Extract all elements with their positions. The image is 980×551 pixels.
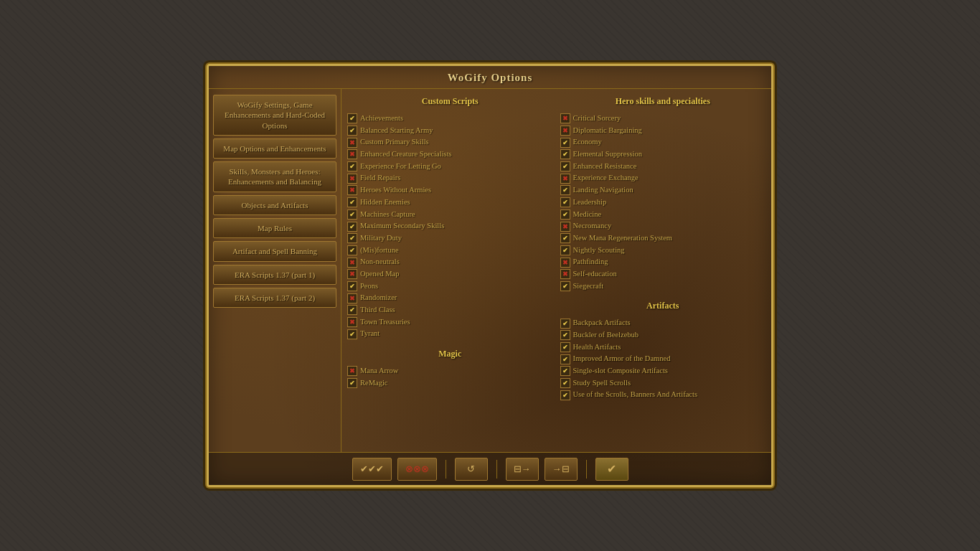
option-item[interactable]: Improved Armor of the Damned bbox=[559, 353, 768, 365]
option-item[interactable]: Mana Arrow bbox=[346, 365, 555, 377]
checkbox-pathfinding[interactable] bbox=[560, 258, 570, 268]
checkbox-medicine[interactable] bbox=[560, 209, 570, 220]
option-item[interactable]: Experience For Letting Go bbox=[346, 161, 555, 173]
option-item[interactable]: New Mana Regeneration System bbox=[559, 232, 768, 245]
checkbox-town-treasuries[interactable] bbox=[347, 317, 357, 327]
sidebar-btn-era-part1[interactable]: ERA Scripts 1.37 (part 1) bbox=[213, 265, 336, 285]
sidebar-btn-artifact-spell[interactable]: Artifact and Spell Banning bbox=[213, 241, 336, 261]
option-item[interactable]: Heroes Without Armies bbox=[346, 184, 555, 197]
checkbox-landing-navigation[interactable] bbox=[560, 185, 570, 195]
option-item[interactable]: Buckler of Beelzebub bbox=[559, 329, 768, 342]
option-item[interactable]: Necromancy bbox=[559, 220, 768, 232]
checkbox-elemental-suppression[interactable] bbox=[560, 149, 570, 159]
option-item[interactable]: Elemental Suppression bbox=[559, 149, 768, 161]
checkbox-heroes-without-armies[interactable] bbox=[347, 185, 357, 195]
import-button[interactable]: →⊟ bbox=[545, 458, 578, 481]
option-item[interactable]: Maximum Secondary Skills bbox=[346, 220, 555, 232]
option-item[interactable]: Health Artifacts bbox=[559, 342, 768, 354]
checkbox-machines-capture[interactable] bbox=[347, 209, 357, 220]
option-item[interactable]: Tyrant bbox=[346, 328, 555, 340]
checkbox-buckler-of-beelzebub[interactable] bbox=[560, 330, 570, 340]
option-item[interactable]: Study Spell Scrolls bbox=[559, 377, 768, 390]
checkbox-enhanced-resistance[interactable] bbox=[560, 161, 570, 171]
checkbox-experience-exchange[interactable] bbox=[560, 174, 570, 184]
option-item[interactable]: Balanced Starting Army bbox=[346, 125, 555, 137]
checkbox-enhanced-creature-specialists[interactable] bbox=[347, 149, 357, 159]
checkbox-randomizer[interactable] bbox=[347, 293, 357, 303]
option-item[interactable]: Town Treasuries bbox=[346, 316, 555, 329]
checkbox-third-class[interactable] bbox=[347, 305, 357, 315]
option-item[interactable]: Non-neutrals bbox=[346, 256, 555, 268]
option-item[interactable]: Pathfinding bbox=[559, 256, 768, 268]
checkbox-tyrant[interactable] bbox=[347, 329, 357, 339]
option-item[interactable]: Critical Sorcery bbox=[559, 113, 768, 125]
checkbox-field-repairs[interactable] bbox=[347, 174, 357, 184]
checkbox-custom-primary-skills[interactable] bbox=[347, 138, 357, 148]
checkbox-(mis)fortune[interactable] bbox=[347, 245, 357, 255]
checkbox-mana-arrow[interactable] bbox=[347, 366, 357, 376]
checkbox-hidden-enemies[interactable] bbox=[347, 197, 357, 207]
checkbox-use-of-the-scrolls,-banners-and-artifacts[interactable] bbox=[560, 390, 570, 400]
option-item[interactable]: Medicine bbox=[559, 209, 768, 221]
check-all-button[interactable]: ✔✔✔ bbox=[352, 458, 392, 481]
option-item[interactable]: (Mis)fortune bbox=[346, 245, 555, 257]
refresh-button[interactable]: ↺ bbox=[455, 458, 488, 481]
checkbox-health-artifacts[interactable] bbox=[560, 342, 570, 352]
sidebar-btn-settings[interactable]: WoGify Settings, Game Enhancements and H… bbox=[213, 95, 336, 136]
option-item[interactable]: Economy bbox=[559, 136, 768, 149]
checkbox-experience-for-letting-go[interactable] bbox=[347, 161, 357, 171]
option-item[interactable]: Diplomatic Bargaining bbox=[559, 125, 768, 137]
option-item[interactable]: Enhanced Resistance bbox=[559, 161, 768, 173]
option-item[interactable]: Experience Exchange bbox=[559, 172, 768, 184]
checkbox-balanced-starting-army[interactable] bbox=[347, 126, 357, 136]
checkbox-leadership[interactable] bbox=[560, 197, 570, 207]
option-item[interactable]: Single-slot Composite Artifacts bbox=[559, 365, 768, 377]
option-item[interactable]: Machines Capture bbox=[346, 209, 555, 221]
sidebar-btn-map-options[interactable]: Map Options and Enhancements bbox=[213, 138, 336, 159]
checkbox-new-mana-regeneration-system[interactable] bbox=[560, 233, 570, 243]
checkbox-peons[interactable] bbox=[347, 281, 357, 291]
option-item[interactable]: Field Repairs bbox=[346, 172, 555, 184]
option-item[interactable]: Military Duty bbox=[346, 232, 555, 245]
option-item[interactable]: ReMagic bbox=[346, 377, 555, 390]
checkbox-backpack-artifacts[interactable] bbox=[560, 319, 570, 329]
checkbox-remagic[interactable] bbox=[347, 378, 357, 388]
option-item[interactable]: Use of the Scrolls, Banners And Artifact… bbox=[559, 389, 768, 401]
option-item[interactable]: Achievements bbox=[346, 113, 555, 125]
checkbox-opened-map[interactable] bbox=[347, 269, 357, 279]
checkbox-necromancy[interactable] bbox=[560, 222, 570, 232]
checkbox-military-duty[interactable] bbox=[347, 233, 357, 243]
option-item[interactable]: Nightly Scouting bbox=[559, 245, 768, 257]
checkbox-achievements[interactable] bbox=[347, 113, 357, 123]
option-item[interactable]: Landing Navigation bbox=[559, 184, 768, 197]
export-button[interactable]: ⊟→ bbox=[506, 458, 539, 481]
option-item[interactable]: Siegecraft bbox=[559, 281, 768, 293]
checkbox-non-neutrals[interactable] bbox=[347, 258, 357, 268]
checkbox-maximum-secondary-skills[interactable] bbox=[347, 222, 357, 232]
option-item[interactable]: Third Class bbox=[346, 304, 555, 316]
checkbox-critical-sorcery[interactable] bbox=[560, 113, 570, 123]
checkbox-study-spell-scrolls[interactable] bbox=[560, 378, 570, 388]
checkbox-self-education[interactable] bbox=[560, 269, 570, 279]
option-item[interactable]: Hidden Enemies bbox=[346, 197, 555, 209]
checkbox-diplomatic-bargaining[interactable] bbox=[560, 126, 570, 136]
option-item[interactable]: Backpack Artifacts bbox=[559, 317, 768, 329]
uncheck-all-button[interactable]: ⊗⊗⊗ bbox=[397, 458, 437, 481]
checkbox-single-slot-composite-artifacts[interactable] bbox=[560, 366, 570, 376]
option-item[interactable]: Opened Map bbox=[346, 268, 555, 281]
sidebar-btn-map-rules[interactable]: Map Rules bbox=[213, 218, 336, 238]
option-item[interactable]: Enhanced Creature Specialists bbox=[346, 149, 555, 161]
sidebar-btn-era-part2[interactable]: ERA Scripts 1.37 (part 2) bbox=[213, 288, 336, 308]
sidebar-btn-skills-monsters[interactable]: Skills, Monsters and Heroes: Enhancement… bbox=[213, 161, 336, 192]
option-item[interactable]: Randomizer bbox=[346, 292, 555, 304]
option-item[interactable]: Custom Primary Skills bbox=[346, 136, 555, 149]
checkbox-siegecraft[interactable] bbox=[560, 281, 570, 291]
checkbox-economy[interactable] bbox=[560, 138, 570, 148]
confirm-button[interactable]: ✔ bbox=[595, 458, 628, 481]
checkbox-improved-armor-of-the-damned[interactable] bbox=[560, 354, 570, 364]
option-item[interactable]: Self-education bbox=[559, 268, 768, 281]
checkbox-nightly-scouting[interactable] bbox=[560, 245, 570, 255]
option-item[interactable]: Peons bbox=[346, 281, 555, 293]
option-item[interactable]: Leadership bbox=[559, 197, 768, 209]
sidebar-btn-objects[interactable]: Objects and Artifacts bbox=[213, 195, 336, 215]
